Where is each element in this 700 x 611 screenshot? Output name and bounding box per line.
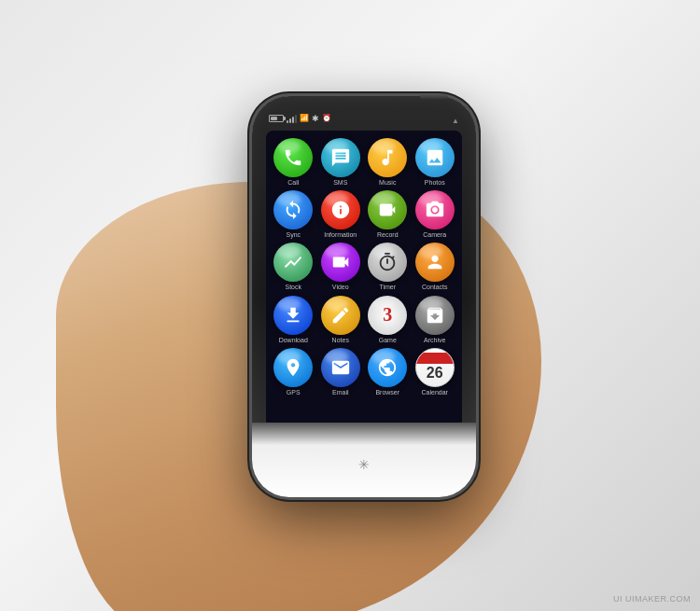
app-item-email[interactable]: Email — [319, 348, 363, 396]
app-icon-email — [321, 348, 360, 387]
app-label-gps: GPS — [287, 389, 301, 396]
app-icon-calendar: 26 — [415, 348, 455, 387]
app-item-photos[interactable]: Photos — [413, 138, 457, 187]
app-label-sms: SMS — [333, 179, 347, 187]
status-icons-left: 📶 ✱ ⏰ — [269, 114, 331, 123]
app-label-record: Record — [377, 231, 399, 239]
app-icon-timer — [368, 243, 407, 282]
phone-device: 📶 ✱ ⏰ ▲ CallSMSMusicPhotosSyncInformatio… — [252, 96, 476, 497]
app-icon-info — [321, 190, 360, 229]
status-right: ▲ — [452, 110, 459, 127]
app-label-game: Game — [379, 337, 397, 344]
app-item-record[interactable]: Record — [366, 190, 410, 239]
app-item-notes[interactable]: Notes — [319, 296, 363, 344]
app-item-sms[interactable]: SMS — [319, 138, 363, 187]
app-item-stock[interactable]: Stock — [272, 243, 315, 291]
app-label-email: Email — [332, 389, 349, 396]
app-icon-sms — [321, 138, 360, 177]
app-item-music[interactable]: Music — [366, 138, 410, 187]
app-label-archive: Archive — [424, 337, 445, 344]
app-item-camera[interactable]: Camera — [413, 190, 457, 239]
app-label-contacts: Contacts — [422, 284, 448, 291]
app-icon-game: 3 — [368, 296, 407, 335]
app-icon-notes — [321, 296, 360, 335]
app-item-info[interactable]: Information — [319, 190, 363, 239]
app-icon-sync — [273, 190, 313, 229]
app-item-game[interactable]: 3Game — [366, 296, 410, 344]
app-icon-photos — [415, 138, 455, 177]
app-label-calendar: Calendar — [422, 389, 448, 396]
app-item-gps[interactable]: GPS — [272, 348, 315, 396]
app-icon-music — [368, 138, 407, 177]
app-icon-gps — [273, 348, 313, 387]
app-icon-camera — [415, 190, 455, 229]
app-label-video: Video — [332, 284, 349, 291]
app-label-browser: Browser — [375, 389, 399, 396]
app-label-stock: Stock — [285, 284, 301, 291]
bluetooth-icon: ✱ — [312, 114, 319, 123]
app-item-calendar[interactable]: 26Calendar — [413, 348, 457, 396]
app-item-contacts[interactable]: Contacts — [413, 243, 457, 291]
app-item-sync[interactable]: Sync — [272, 190, 315, 239]
wifi-icon: 📶 — [300, 114, 309, 122]
phone-screen: CallSMSMusicPhotosSyncInformationRecordC… — [266, 131, 462, 429]
app-label-photos: Photos — [425, 179, 445, 187]
app-label-timer: Timer — [379, 284, 396, 291]
app-icon-call — [273, 138, 313, 177]
app-label-info: Information — [324, 231, 357, 239]
nav-button[interactable]: ✳ — [350, 451, 378, 479]
app-icon-record — [368, 190, 407, 229]
app-icon-archive — [415, 296, 455, 335]
app-item-download[interactable]: Download — [272, 296, 315, 344]
battery-icon — [269, 115, 284, 122]
status-bar: 📶 ✱ ⏰ ▲ — [261, 110, 467, 127]
app-label-call: Call — [287, 179, 299, 187]
app-item-call[interactable]: Call — [272, 138, 315, 187]
app-icon-stock — [273, 243, 313, 282]
app-label-download: Download — [279, 337, 308, 344]
svg-rect-0 — [380, 203, 393, 215]
app-icon-contacts — [415, 243, 455, 282]
alarm-icon: ⏰ — [322, 114, 331, 122]
app-label-notes: Notes — [332, 337, 349, 344]
app-item-video[interactable]: Video — [319, 243, 363, 291]
app-label-music: Music — [379, 179, 396, 187]
app-item-archive[interactable]: Archive — [413, 296, 457, 344]
app-icon-video — [321, 243, 360, 282]
app-icon-download — [273, 296, 313, 335]
watermark: UI UIMAKER.COM — [613, 594, 691, 604]
app-icon-browser — [368, 348, 407, 387]
app-label-sync: Sync — [286, 231, 301, 239]
app-grid: CallSMSMusicPhotosSyncInformationRecordC… — [266, 131, 462, 405]
top-button[interactable] — [420, 94, 448, 99]
app-item-browser[interactable]: Browser — [366, 348, 410, 396]
app-item-timer[interactable]: Timer — [366, 243, 410, 291]
app-label-camera: Camera — [423, 231, 446, 239]
signal-icon — [287, 114, 297, 123]
